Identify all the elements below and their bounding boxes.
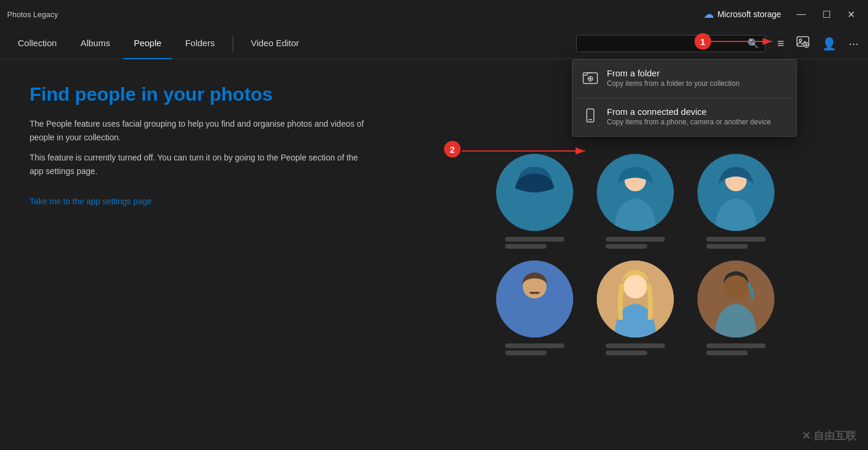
person-name-bars-2 [606, 237, 665, 249]
search-icon: 🔍 [747, 38, 759, 49]
person-name-bars-1 [505, 237, 564, 249]
search-input[interactable] [583, 39, 742, 49]
nav-item-people[interactable]: People [123, 28, 172, 59]
dropdown-item-device-text: From a connected device Copy items from … [607, 107, 771, 126]
ms-storage[interactable]: ☁ Microsoft storage [703, 8, 781, 21]
storage-label: Microsoft storage [718, 9, 781, 19]
more-button[interactable]: ··· [844, 33, 863, 54]
dropdown-item-folder[interactable]: From a folder Copy items from a folder t… [573, 60, 796, 98]
person-avatar-3[interactable] [697, 154, 774, 231]
dropdown-folder-desc: Copy items from a folder to your collect… [607, 79, 740, 88]
maximize-button[interactable]: ☐ [816, 7, 837, 22]
nav-divider [233, 36, 233, 52]
person-card-2 [594, 154, 677, 249]
watermark: ✕ 自由互联 [802, 429, 856, 443]
nav-actions: ≡ 👤 ··· [768, 31, 868, 56]
person-name-bars-4 [505, 343, 564, 355]
dropdown-device-title: From a connected device [607, 107, 771, 117]
person-avatar-5[interactable] [597, 261, 674, 338]
annotation-1: 1 [695, 33, 711, 50]
description-2: This feature is currently turned off. Yo… [30, 151, 373, 178]
person-name-bars-6 [706, 343, 766, 355]
dropdown-item-device[interactable]: From a connected device Copy items from … [573, 98, 796, 136]
dropdown-item-folder-text: From a folder Copy items from a folder t… [607, 68, 740, 88]
dropdown-device-desc: Copy items from a phone, camera or anoth… [607, 118, 771, 126]
cloud-icon: ☁ [703, 8, 714, 21]
annotation-2: 2 [444, 141, 461, 158]
navbar: Collection Albums People Folders Video E… [0, 28, 868, 59]
nav-item-albums[interactable]: Albums [70, 28, 121, 59]
svg-point-1 [799, 39, 802, 41]
search-bar[interactable]: 🔍 [576, 35, 766, 52]
nav-item-video-editor[interactable]: Video Editor [240, 28, 310, 59]
person-card-1 [493, 154, 576, 249]
profile-button[interactable]: 👤 [817, 33, 841, 54]
people-grid [493, 154, 777, 355]
device-icon [582, 108, 599, 128]
app-title: Photos Legacy [7, 10, 58, 19]
left-panel: Find people in your photos The People fe… [0, 59, 403, 450]
svg-point-15 [623, 275, 647, 298]
filter-button[interactable]: ≡ [773, 33, 789, 54]
settings-link[interactable]: Take me to the app settings page [30, 197, 152, 206]
description-1: The People feature uses facial grouping … [30, 117, 373, 144]
nav-item-collection[interactable]: Collection [7, 28, 67, 59]
person-name-bars-5 [606, 343, 665, 355]
dropdown-folder-title: From a folder [607, 68, 740, 78]
titlebar-right: ☁ Microsoft storage — ☐ ✕ [703, 7, 861, 22]
person-avatar-2[interactable] [597, 154, 674, 231]
import-button[interactable] [791, 31, 815, 56]
person-avatar-1[interactable] [496, 154, 573, 231]
dropdown-menu: From a folder Copy items from a folder t… [572, 59, 797, 137]
folder-plus-icon [582, 69, 599, 89]
person-card-6 [695, 261, 777, 355]
minimize-button[interactable]: — [790, 7, 812, 22]
person-name-bars-3 [706, 237, 766, 249]
person-card-3 [695, 154, 777, 249]
svg-point-17 [724, 275, 748, 298]
titlebar: Photos Legacy ☁ Microsoft storage — ☐ ✕ [0, 0, 868, 28]
person-card-4 [493, 261, 576, 355]
page-heading: Find people in your photos [30, 83, 373, 105]
person-avatar-6[interactable] [697, 261, 774, 338]
nav-item-folders[interactable]: Folders [175, 28, 226, 59]
close-button[interactable]: ✕ [841, 7, 861, 22]
person-card-5 [594, 261, 677, 355]
person-avatar-4[interactable] [496, 261, 573, 338]
window-controls: — ☐ ✕ [790, 7, 861, 22]
